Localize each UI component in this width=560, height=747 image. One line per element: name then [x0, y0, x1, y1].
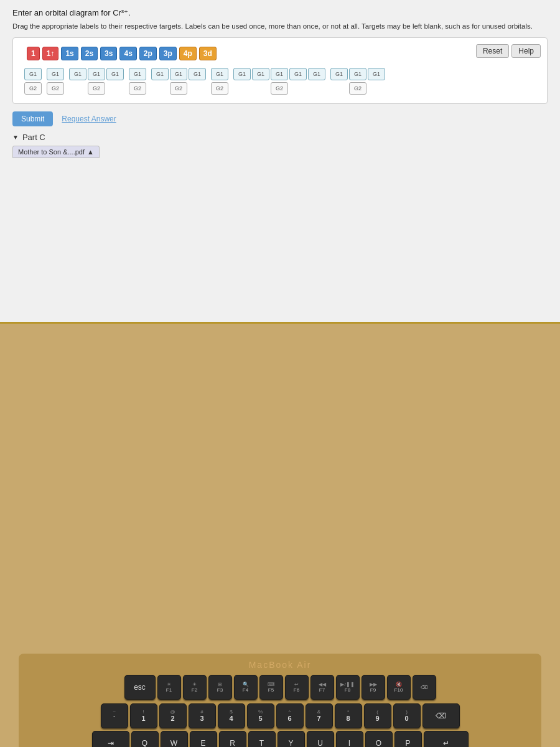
tag-1[interactable]: 1	[27, 47, 40, 60]
qwerty-key-row: ⇥ Q W E R T Y U I O P ↵	[25, 731, 535, 747]
orbital-g2[interactable]: G2	[349, 82, 366, 95]
key-delete[interactable]: ⌫	[413, 675, 436, 700]
key-r[interactable]: R	[219, 731, 246, 747]
question-text: Enter an orbital diagram for Cr³⁺.	[12, 7, 548, 19]
orbital-3p-triple: G1 G1 G1 G2	[151, 68, 206, 95]
key-o[interactable]: O	[365, 731, 393, 747]
tag-2s[interactable]: 2s	[81, 47, 98, 60]
orbital-g1[interactable]: G1	[252, 68, 269, 80]
orbital-g1[interactable]: G1	[129, 68, 146, 80]
key-q[interactable]: Q	[131, 731, 159, 747]
key-f3[interactable]: ⊞ F3	[208, 675, 232, 700]
key-3[interactable]: # 3	[189, 703, 216, 728]
reset-help-area: Reset Help	[476, 44, 541, 58]
laptop-body: MacBook Air esc ☀ F1 ☀ F2 ⊞ F3	[0, 324, 560, 747]
key-esc-label: esc	[134, 684, 146, 691]
tag-1s[interactable]: 1s	[61, 47, 78, 60]
key-backspace[interactable]: ⌫	[422, 703, 460, 728]
file-tab[interactable]: Mother to Son &....pdf ▲	[12, 146, 100, 158]
tag-4s[interactable]: 4s	[119, 47, 136, 60]
key-6[interactable]: ^ 6	[276, 703, 304, 728]
orbital-g1[interactable]: G1	[233, 68, 251, 80]
key-esc[interactable]: esc	[124, 675, 156, 700]
tag-3p[interactable]: 3p	[159, 47, 177, 60]
key-i[interactable]: I	[336, 731, 363, 747]
file-tab-arrow: ▲	[87, 148, 94, 156]
key-0[interactable]: ) 0	[393, 703, 421, 728]
key-f4[interactable]: 🔍 F4	[234, 675, 258, 700]
key-2[interactable]: @ 2	[159, 703, 187, 728]
help-button[interactable]: Help	[511, 44, 541, 58]
key-w[interactable]: W	[161, 731, 188, 747]
tag-3d[interactable]: 3d	[199, 47, 217, 60]
key-f10[interactable]: 🔇 F10	[387, 675, 411, 700]
fn-key-row: esc ☀ F1 ☀ F2 ⊞ F3 🔍 F4	[25, 675, 535, 700]
orbital-g1[interactable]: G1	[289, 68, 307, 80]
key-f9[interactable]: ▶▶ F9	[362, 675, 385, 700]
key-return[interactable]: ↵	[424, 731, 469, 747]
orbital-container: Reset Help 1 1↑ 1s 2s 3s 4s 2p 3p 4p 3d	[12, 37, 548, 104]
orbital-g1[interactable]: G1	[47, 68, 64, 80]
tag-1up[interactable]: 1↑	[42, 47, 59, 60]
orbital-g2[interactable]: G2	[88, 82, 105, 95]
orbital-g1[interactable]: G1	[211, 68, 228, 80]
key-9[interactable]: ( 9	[364, 703, 391, 728]
orbital-2s-single: G1 G2	[47, 68, 64, 95]
key-f6[interactable]: ↩ F6	[285, 675, 309, 700]
key-p[interactable]: P	[394, 731, 422, 747]
orbital-g1[interactable]: G1	[69, 68, 86, 80]
key-f8[interactable]: ▶/❚❚ F8	[336, 675, 360, 700]
orbital-g2[interactable]: G2	[129, 82, 146, 95]
orbital-g1[interactable]: G1	[88, 68, 105, 80]
orbital-g1-multi: G1 G1 G1	[69, 68, 124, 80]
orbital-g1[interactable]: G1	[308, 68, 325, 80]
key-f2[interactable]: ☀ F2	[183, 675, 207, 700]
orbital-g2[interactable]: G2	[211, 82, 228, 95]
keyboard: esc ☀ F1 ☀ F2 ⊞ F3 🔍 F4	[25, 675, 535, 747]
orbital-g1-multi: G1 G1 G1	[330, 68, 385, 80]
orbital-g1[interactable]: G1	[151, 68, 169, 80]
orbital-g1-multi: G1 G1 G1 G1 G1	[233, 68, 325, 80]
part-c-row: ▼ Part C	[12, 133, 548, 142]
key-f1[interactable]: ☀ F1	[157, 675, 181, 700]
orbital-g1[interactable]: G1	[189, 68, 206, 80]
submit-button[interactable]: Submit	[12, 111, 53, 126]
orbital-g2[interactable]: G2	[24, 82, 42, 95]
orbital-g2[interactable]: G2	[271, 82, 288, 95]
key-7[interactable]: & 7	[306, 703, 333, 728]
orbital-g1[interactable]: G1	[330, 68, 348, 80]
bottom-controls: Submit Request Answer	[12, 111, 548, 126]
orbital-g1[interactable]: G1	[271, 68, 288, 80]
orbital-g1[interactable]: G1	[368, 68, 385, 80]
key-5[interactable]: % 5	[247, 703, 274, 728]
key-e[interactable]: E	[190, 731, 217, 747]
key-1[interactable]: ! 1	[130, 703, 157, 728]
orbital-g2[interactable]: G2	[47, 82, 64, 95]
reset-button[interactable]: Reset	[476, 44, 509, 58]
key-8[interactable]: * 8	[335, 703, 362, 728]
key-f5[interactable]: ⌨ F5	[259, 675, 283, 700]
orbital-g1[interactable]: G1	[24, 68, 42, 80]
orbital-4s-single: G1 G2	[211, 68, 228, 95]
macbook-air-label: MacBook Air	[25, 660, 535, 670]
orbital-g1[interactable]: G1	[170, 68, 187, 80]
key-t[interactable]: T	[248, 731, 276, 747]
orbital-diagram: G1 G2 G1 G2 G1 G1 G1 G2	[21, 68, 539, 95]
orbital-g2[interactable]: G2	[170, 82, 187, 95]
orbital-3d-quintuple: G1 G1 G1 G1 G1 G2	[233, 68, 325, 95]
request-answer-link[interactable]: Request Answer	[62, 115, 116, 123]
key-f7[interactable]: ◀◀ F7	[310, 675, 334, 700]
key-u[interactable]: U	[307, 731, 334, 747]
tag-4p[interactable]: 4p	[179, 47, 197, 60]
key-tilde[interactable]: ~ `	[101, 703, 128, 728]
tag-2p[interactable]: 2p	[139, 47, 157, 60]
key-tab[interactable]: ⇥	[92, 731, 129, 747]
key-4[interactable]: $ 4	[218, 703, 245, 728]
part-c-arrow: ▼	[12, 134, 19, 141]
orbital-g1[interactable]: G1	[106, 68, 124, 80]
tag-3s[interactable]: 3s	[100, 47, 117, 60]
part-c-label: Part C	[22, 133, 45, 142]
orbital-g1[interactable]: G1	[349, 68, 366, 80]
key-y[interactable]: Y	[278, 731, 305, 747]
screen-content: Enter an orbital diagram for Cr³⁺. Drag …	[0, 0, 560, 322]
